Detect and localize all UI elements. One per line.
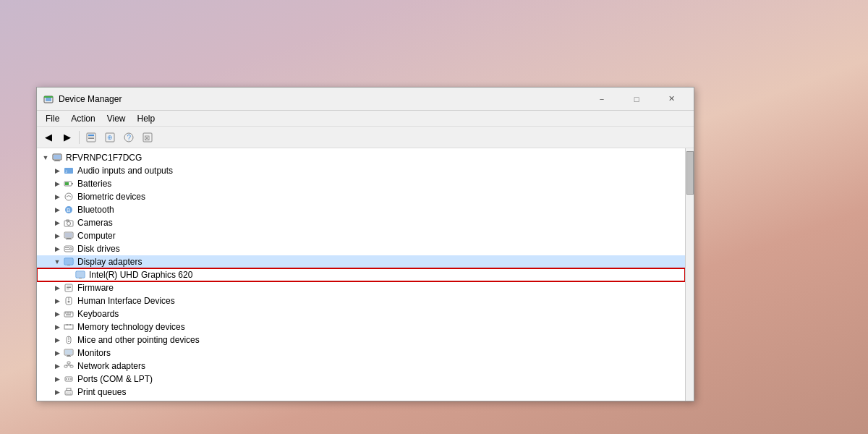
desktop: Device Manager − □ ✕ File Action View He… — [0, 0, 868, 434]
menu-help[interactable]: Help — [132, 112, 161, 125]
tree-item-hid[interactable]: ▶ Human Interface Devices — [37, 294, 685, 307]
display-icon — [63, 256, 75, 268]
properties-button[interactable] — [82, 129, 100, 145]
svg-rect-50 — [65, 312, 67, 314]
tree-item-processors[interactable]: ▶ Processors — [37, 399, 685, 401]
tree-item-network[interactable]: ▶ Network adapters — [37, 359, 685, 373]
tree-item-disk[interactable]: ▶ Disk drives — [37, 242, 685, 255]
biometric-icon — [63, 191, 75, 203]
keyboards-expander[interactable]: ▶ — [51, 308, 63, 320]
tree-item-firmware[interactable]: ▶ Firmware — [37, 281, 685, 294]
root-label: RFVRNPC1F7DCG — [66, 153, 142, 163]
tree-item-mice[interactable]: ▶ Mice and other pointing devices — [37, 333, 685, 346]
tree-item-biometric[interactable]: ▶ Biometric devices — [37, 190, 685, 203]
firmware-label: Firmware — [77, 283, 114, 293]
tree-item-computer[interactable]: ▶ Computer — [37, 229, 685, 242]
menu-file[interactable]: File — [40, 112, 65, 125]
svg-rect-2 — [44, 96, 53, 98]
memory-expander[interactable]: ▶ — [51, 321, 63, 333]
svg-rect-57 — [67, 324, 68, 326]
scrollbar-thumb[interactable] — [686, 151, 694, 195]
svg-text:♪: ♪ — [65, 169, 68, 174]
cameras-expander[interactable]: ▶ — [51, 217, 63, 229]
print-expander[interactable]: ▶ — [51, 386, 63, 398]
computer-expander[interactable]: ▶ — [51, 230, 63, 242]
tree-item-monitors[interactable]: ▶ Monitors — [37, 346, 685, 359]
svg-rect-16 — [54, 161, 60, 161]
title-bar: Device Manager − □ ✕ — [37, 88, 694, 111]
svg-text:B: B — [67, 207, 70, 213]
tree-item-audio[interactable]: ▶ ♪ Audio inputs and outputs — [37, 164, 685, 177]
tree-panel[interactable]: ▼ RFVRNPC1F7DCG ▶ — [37, 148, 685, 401]
svg-rect-1 — [46, 98, 51, 101]
cameras-label: Cameras — [77, 218, 113, 228]
display-expander[interactable]: ▼ — [51, 256, 63, 268]
biometric-expander[interactable]: ▶ — [51, 191, 63, 203]
keyboards-label: Keyboards — [77, 309, 119, 319]
disk-expander[interactable]: ▶ — [51, 243, 63, 255]
firmware-expander[interactable]: ▶ — [51, 282, 63, 294]
tree-item-display[interactable]: ▼ Display adapters — [37, 255, 685, 268]
tree-item-print[interactable]: ▶ Print queues — [37, 386, 685, 399]
bluetooth-expander[interactable]: ▶ — [51, 204, 63, 216]
processor-icon — [63, 399, 75, 401]
title-bar-left: Device Manager — [43, 93, 122, 105]
svg-point-74 — [66, 378, 67, 380]
back-button[interactable]: ◀ — [40, 129, 57, 145]
monitors-label: Monitors — [77, 348, 111, 358]
tree-item-memory[interactable]: ▶ Memory technology devices — [37, 320, 685, 333]
vertical-scrollbar[interactable] — [685, 148, 694, 401]
tree-root[interactable]: ▼ RFVRNPC1F7DCG — [37, 151, 685, 164]
print-label: Print queues — [77, 387, 126, 397]
svg-rect-56 — [66, 324, 67, 326]
svg-rect-31 — [66, 239, 72, 239]
disk-label: Disk drives — [77, 244, 120, 254]
root-expander[interactable]: ▼ — [40, 152, 51, 163]
mice-expander[interactable]: ▶ — [51, 334, 63, 346]
tree-item-ports[interactable]: ▶ Ports (COM & LPT) — [37, 373, 685, 386]
minimize-button[interactable]: − — [585, 88, 618, 111]
menu-bar: File Action View Help — [37, 111, 694, 127]
computer-item-icon — [63, 230, 75, 242]
intel-gpu-icon — [75, 269, 86, 281]
scan-changes-button[interactable]: ⊠ — [139, 129, 156, 145]
menu-view[interactable]: View — [101, 112, 132, 125]
batteries-expander[interactable]: ▶ — [51, 178, 63, 190]
ports-icon — [63, 373, 75, 385]
processors-expander[interactable]: ▶ — [51, 399, 63, 401]
audio-icon: ♪ — [63, 165, 75, 176]
svg-rect-15 — [55, 160, 59, 161]
forward-button[interactable]: ▶ — [59, 129, 76, 145]
ports-expander[interactable]: ▶ — [51, 373, 63, 385]
svg-point-48 — [68, 301, 70, 303]
network-expander[interactable]: ▶ — [51, 360, 63, 372]
tree-item-cameras[interactable]: ▶ Cameras — [37, 216, 685, 229]
intel-gpu-label: Intel(R) UHD Graphics 620 — [89, 270, 192, 280]
network-label: Network adapters — [77, 361, 145, 371]
menu-action[interactable]: Action — [65, 112, 101, 125]
tree-item-intel-gpu[interactable]: ▶ Intel(R) UHD Graphics 620 — [37, 268, 685, 281]
svg-rect-53 — [72, 312, 72, 314]
svg-rect-14 — [54, 155, 61, 159]
content-area: ▼ RFVRNPC1F7DCG ▶ — [37, 148, 694, 401]
audio-label: Audio inputs and outputs — [77, 166, 173, 176]
hid-expander[interactable]: ▶ — [51, 295, 63, 307]
svg-rect-38 — [67, 265, 70, 265]
tree-item-batteries[interactable]: ▶ Batteries — [37, 177, 685, 190]
tree-item-bluetooth[interactable]: ▶ B Bluetooth — [37, 203, 685, 216]
svg-point-22 — [65, 193, 72, 200]
close-button[interactable]: ✕ — [655, 88, 688, 111]
svg-rect-51 — [67, 312, 69, 314]
svg-text:⊕: ⊕ — [107, 134, 113, 141]
svg-rect-35 — [65, 249, 69, 250]
svg-rect-37 — [65, 259, 72, 264]
batteries-label: Batteries — [77, 179, 111, 189]
audio-expander[interactable]: ▶ — [51, 165, 63, 176]
update-driver-button[interactable]: ⊕ — [101, 129, 119, 145]
tree-item-keyboards[interactable]: ▶ Keyboards — [37, 307, 685, 320]
svg-rect-65 — [67, 355, 70, 356]
monitors-expander[interactable]: ▶ — [51, 347, 63, 359]
maximize-button[interactable]: □ — [620, 88, 653, 111]
help-button[interactable]: ? — [120, 129, 137, 145]
svg-rect-52 — [69, 312, 71, 314]
